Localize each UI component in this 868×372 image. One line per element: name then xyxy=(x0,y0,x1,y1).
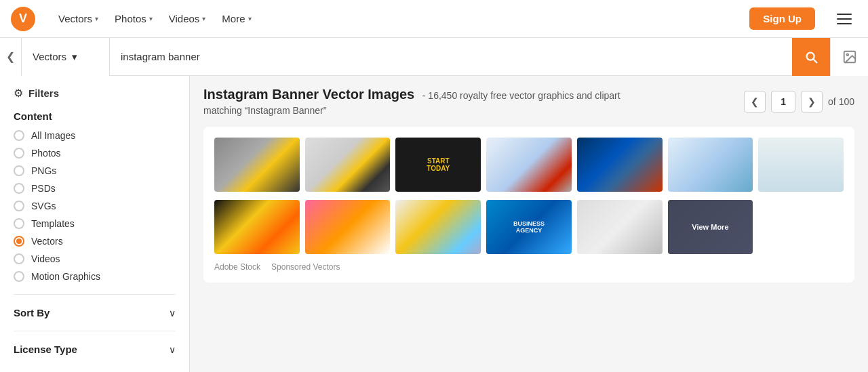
next-icon: ❯ xyxy=(808,96,816,107)
radio-label-psds: PSDs xyxy=(31,183,56,194)
license-type-section[interactable]: License Type ∨ xyxy=(14,344,176,355)
image-card-6[interactable] xyxy=(668,138,753,192)
filter-header: ⚙ Filters xyxy=(14,87,176,100)
nav-vectors-label: Vectors xyxy=(58,13,92,24)
current-page: 1 xyxy=(771,91,795,112)
results-title-text: Instagram Banner Vector Images xyxy=(203,87,414,102)
results-header: Instagram Banner Vector Images - 16,450 … xyxy=(203,87,854,116)
signup-button[interactable]: Sign Up xyxy=(749,7,815,30)
radio-label-videos: Videos xyxy=(31,253,60,264)
search-category-chevron: ▾ xyxy=(72,51,77,63)
radio-photos[interactable]: Photos xyxy=(14,148,176,159)
radio-pngs[interactable]: PNGs xyxy=(14,165,176,176)
radio-label-photos: Photos xyxy=(31,148,61,159)
sidebar-divider-1 xyxy=(14,294,176,295)
nav-more-label: More xyxy=(222,13,245,24)
view-more-label: View More xyxy=(692,223,728,231)
search-submit-button[interactable] xyxy=(792,38,830,76)
next-page-button[interactable]: ❯ xyxy=(801,91,823,112)
image-card-1[interactable] xyxy=(214,138,300,192)
search-category-dropdown[interactable]: Vectors ▾ xyxy=(22,38,110,76)
radio-videos[interactable]: Videos xyxy=(14,253,176,264)
radio-circle-videos xyxy=(14,253,24,264)
search-bar: ❮ Vectors ▾ xyxy=(0,38,868,76)
image-search-icon xyxy=(842,49,857,64)
radio-circle-templates xyxy=(14,218,24,229)
radio-label-svgs: SVGs xyxy=(31,201,56,211)
sidebar-divider-2 xyxy=(14,331,176,331)
radio-svgs[interactable]: SVGs xyxy=(14,201,176,211)
radio-all-images[interactable]: All Images xyxy=(14,130,176,141)
image-card-3[interactable]: STARTTODAY xyxy=(395,138,481,192)
nav-photos-chevron: ▾ xyxy=(149,15,153,22)
sponsored-source: Adobe Stock xyxy=(214,262,260,272)
prev-page-button[interactable]: ❮ xyxy=(744,91,766,112)
prev-icon: ❮ xyxy=(751,96,759,107)
image-card-2[interactable] xyxy=(305,138,391,192)
radio-psds[interactable]: PSDs xyxy=(14,183,176,194)
nav-more-chevron: ▾ xyxy=(248,15,252,22)
main-layout: ⚙ Filters Content All Images Photos PNGs… xyxy=(0,76,868,372)
hamburger-line-3 xyxy=(837,23,852,24)
radio-templates[interactable]: Templates xyxy=(14,218,176,229)
logo[interactable]: V xyxy=(11,7,35,31)
image-grid-row-2: BUSINESSAGENCY View More xyxy=(214,200,844,254)
hamburger-line-1 xyxy=(837,14,852,15)
sort-by-label: Sort By xyxy=(14,307,50,318)
search-input[interactable] xyxy=(121,51,781,62)
nav-videos-chevron: ▾ xyxy=(202,15,205,22)
view-more-overlay[interactable]: View More xyxy=(668,200,753,254)
radio-label-motion-graphics: Motion Graphics xyxy=(31,271,100,282)
results-title-block: Instagram Banner Vector Images - 16,450 … xyxy=(203,87,620,116)
page-total: of 100 xyxy=(828,96,854,107)
collapse-button[interactable]: ❮ xyxy=(0,38,22,76)
sponsored-results-box: STARTTODAY BUSINESSAGENCY View More xyxy=(203,127,854,283)
image-card-8[interactable] xyxy=(214,200,300,254)
hamburger-menu[interactable] xyxy=(831,8,857,30)
radio-label-all-images: All Images xyxy=(31,130,75,141)
sort-by-section[interactable]: Sort By ∨ xyxy=(14,307,176,318)
hamburger-line-2 xyxy=(837,18,852,20)
filter-icon: ⚙ xyxy=(14,87,23,100)
image-card-9[interactable] xyxy=(305,200,391,254)
radio-circle-all-images xyxy=(14,130,24,141)
results-subtitle-query: matching “Instagram Banner” xyxy=(203,105,620,116)
image-search-button[interactable] xyxy=(830,38,868,76)
license-type-label: License Type xyxy=(14,344,77,355)
search-input-wrap xyxy=(110,51,792,62)
main-nav: Vectors ▾ Photos ▾ Videos ▾ More ▾ xyxy=(52,9,258,28)
nav-item-photos[interactable]: Photos ▾ xyxy=(108,9,159,28)
image-card-11[interactable]: BUSINESSAGENCY xyxy=(486,200,572,254)
image-card-7[interactable] xyxy=(758,138,844,192)
radio-motion-graphics[interactable]: Motion Graphics xyxy=(14,271,176,282)
svg-point-1 xyxy=(846,54,848,56)
results-title: Instagram Banner Vector Images - 16,450 … xyxy=(203,87,620,102)
collapse-icon: ❮ xyxy=(6,50,15,63)
radio-circle-photos xyxy=(14,148,24,159)
image-card-12[interactable] xyxy=(577,200,663,254)
nav-photos-label: Photos xyxy=(115,13,146,24)
image-card-13[interactable]: View More xyxy=(668,200,753,254)
search-icon xyxy=(804,49,818,64)
image-card-5[interactable] xyxy=(577,138,663,192)
radio-label-pngs: PNGs xyxy=(31,165,56,176)
nav-item-more[interactable]: More ▾ xyxy=(215,9,258,28)
radio-circle-psds xyxy=(14,183,24,194)
search-category-label: Vectors xyxy=(33,51,66,62)
filter-label: Filters xyxy=(28,87,59,99)
content-radio-group: All Images Photos PNGs PSDs SVGs Templat… xyxy=(14,130,176,282)
image-card-10[interactable] xyxy=(395,200,481,254)
sponsored-footer: Adobe Stock Sponsored Vectors xyxy=(214,262,844,272)
logo-letter: V xyxy=(19,12,27,26)
radio-circle-pngs xyxy=(14,165,24,176)
radio-vectors[interactable]: Vectors xyxy=(14,236,176,247)
results-subtitle-count: - 16,450 royalty free vector graphics an… xyxy=(422,90,620,101)
nav-item-videos[interactable]: Videos ▾ xyxy=(162,9,213,28)
sort-by-chevron: ∨ xyxy=(169,308,176,318)
radio-label-vectors: Vectors xyxy=(31,236,63,247)
sponsored-label: Sponsored Vectors xyxy=(271,262,340,272)
image-card-4[interactable] xyxy=(486,138,572,192)
nav-videos-label: Videos xyxy=(169,13,200,24)
sidebar: ⚙ Filters Content All Images Photos PNGs… xyxy=(0,76,190,372)
nav-item-vectors[interactable]: Vectors ▾ xyxy=(52,9,105,28)
